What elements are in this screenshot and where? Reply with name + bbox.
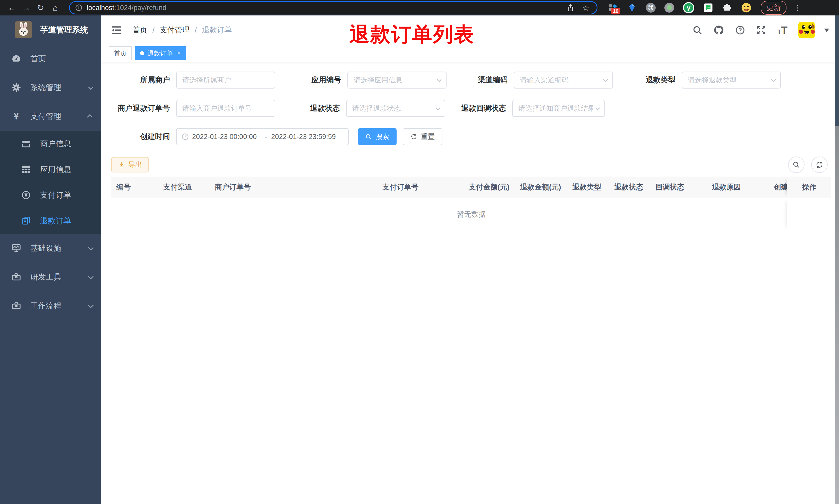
- column-header-refund-reason: 退款原因: [707, 177, 769, 198]
- site-info-icon[interactable]: [75, 4, 83, 12]
- sidebar-item-pay[interactable]: ¥ 支付管理: [0, 102, 101, 131]
- notify-status-select[interactable]: 请选择通知商户退款结果的: [512, 100, 605, 117]
- sidebar-item-devtools[interactable]: 研发工具: [0, 263, 101, 291]
- app-logo-row[interactable]: 芋道管理系统: [0, 15, 101, 44]
- share-icon[interactable]: [565, 4, 576, 12]
- tag-refund-order[interactable]: 退款订单 ×: [135, 46, 186, 60]
- extension-puzzle-icon[interactable]: [722, 3, 732, 13]
- date-end-value[interactable]: 2022-01-23 23:59:59: [271, 133, 340, 141]
- url-text[interactable]: localhost:1024/pay/refund: [87, 4, 166, 12]
- refund-status-select[interactable]: 请选择退款状态: [346, 100, 445, 117]
- filter-refund-type: 退款类型 请选择退款类型: [613, 72, 781, 89]
- sidebar-item-label: 支付订单: [40, 190, 92, 200]
- merchant-refund-no-input[interactable]: 请输入商户退款订单号: [176, 100, 275, 117]
- grid-icon: [21, 164, 31, 174]
- sidebar-item-pay-order[interactable]: 支付订单: [0, 182, 101, 208]
- extension-y-icon[interactable]: y: [683, 2, 694, 13]
- tag-close-icon[interactable]: ×: [177, 50, 181, 57]
- github-icon[interactable]: [713, 25, 724, 36]
- sidebar-toggle-icon[interactable]: [111, 24, 122, 36]
- sidebar-item-label: 首页: [30, 54, 92, 64]
- sidebar-item-label: 商户信息: [40, 139, 92, 149]
- column-header-refund-type: 退款类型: [567, 177, 609, 198]
- extension-chat-icon[interactable]: [703, 3, 713, 13]
- main-area: 首页 / 支付管理 / 退款订单 退款订单列表: [101, 15, 839, 504]
- column-header-callback-status: 回调状态: [650, 177, 707, 198]
- refresh-table-button[interactable]: [811, 157, 828, 173]
- browser-home-button[interactable]: ⌂: [48, 3, 62, 13]
- breadcrumb-home[interactable]: 首页: [132, 25, 147, 35]
- filter-label: 退款回调状态: [445, 103, 512, 113]
- hide-search-button[interactable]: [788, 157, 804, 173]
- fullscreen-icon[interactable]: [756, 25, 766, 35]
- breadcrumb-pay[interactable]: 支付管理: [160, 25, 190, 35]
- browser-back-button[interactable]: ←: [5, 3, 19, 13]
- filter-channel: 渠道编码 请输入渠道编码: [447, 72, 613, 89]
- gear-icon: [11, 83, 22, 93]
- chevron-down-icon: [88, 84, 93, 90]
- search-icon[interactable]: [692, 25, 702, 35]
- chevron-down-icon: [771, 77, 775, 82]
- extension-dot-icon[interactable]: [664, 3, 674, 13]
- date-range-input[interactable]: 2022-01-23 00:00:00 - 2022-01-23 23:59:5…: [176, 128, 349, 145]
- sidebar-item-home[interactable]: 首页: [0, 44, 101, 73]
- avatar-caret-icon[interactable]: [824, 29, 829, 32]
- tag-active-dot: [140, 51, 144, 55]
- user-avatar[interactable]: [798, 22, 815, 38]
- extensions-row: 10 ⌘ y: [608, 2, 751, 13]
- search-button[interactable]: 搜索: [358, 128, 397, 145]
- filter-label: 所属商户: [111, 75, 176, 85]
- browser-menu-icon[interactable]: ⋮: [793, 3, 801, 13]
- extension-grid-icon[interactable]: 10: [608, 3, 618, 13]
- scrollbar-thumb[interactable]: [835, 15, 839, 126]
- filter-row-2: 商户退款订单号 请输入商户退款订单号 退款状态 请选择退款状态 退款回调状态 请…: [111, 100, 831, 117]
- filter-row-1: 所属商户 请选择所属商户 应用编号 请选择应用信息 渠道编码 请输入渠道编码 退…: [111, 72, 831, 89]
- filter-label: 退款状态: [275, 103, 346, 113]
- toolbar-icons: [788, 157, 831, 173]
- sidebar-item-app-info[interactable]: 应用信息: [0, 157, 101, 182]
- table-header-row: 编号 支付渠道 商户订单号 支付订单号 支付金额(元) 退款金额(元) 退款类型…: [111, 177, 831, 198]
- channel-select[interactable]: 请输入渠道编码: [514, 72, 613, 89]
- extension-emoji-icon[interactable]: [741, 3, 751, 13]
- sidebar-item-label: 研发工具: [30, 272, 79, 282]
- column-header-refund-amount: 退款金额(元): [515, 177, 567, 198]
- refund-type-select[interactable]: 请选择退款类型: [682, 72, 781, 89]
- filter-notify-status: 退款回调状态 请选择通知商户退款结果的: [445, 100, 605, 117]
- font-size-icon[interactable]: TT: [777, 25, 787, 35]
- bookmark-star-icon[interactable]: ☆: [580, 3, 591, 12]
- sidebar-item-workflow[interactable]: 工作流程: [0, 291, 101, 320]
- chevron-down-icon: [88, 274, 93, 279]
- merchant-input[interactable]: 请选择所属商户: [176, 72, 275, 89]
- empty-state-text: 暂无数据: [457, 210, 486, 219]
- filter-merchant-refund-no: 商户退款订单号 请输入商户退款订单号: [111, 100, 275, 117]
- yen-icon: ¥: [11, 111, 22, 122]
- sidebar-item-system[interactable]: 系统管理: [0, 73, 101, 102]
- browser-forward-button[interactable]: →: [19, 3, 34, 13]
- browser-reload-button[interactable]: ↻: [34, 3, 48, 13]
- app-logo: [15, 21, 32, 38]
- app-select[interactable]: 请选择应用信息: [347, 72, 447, 89]
- sidebar-item-refund-order[interactable]: 退款订单: [0, 208, 101, 234]
- extension-command-icon[interactable]: ⌘: [646, 3, 656, 13]
- extension-kite-icon[interactable]: [627, 3, 637, 13]
- sidebar: 芋道管理系统 首页 系统管理 ¥ 支付: [0, 15, 101, 504]
- address-bar[interactable]: localhost:1024/pay/refund ☆: [69, 1, 597, 14]
- reset-button[interactable]: 重置: [403, 128, 442, 145]
- tag-home[interactable]: 首页: [109, 46, 132, 60]
- date-start-value[interactable]: 2022-01-23 00:00:00: [192, 133, 261, 141]
- browser-update-button[interactable]: 更新: [761, 1, 786, 15]
- navbar: 首页 / 支付管理 / 退款订单 退款订单列表: [101, 15, 839, 45]
- sidebar-item-infra[interactable]: 基础设施: [0, 234, 101, 263]
- document-copy-icon: [21, 216, 31, 226]
- navbar-actions: TT: [692, 22, 829, 38]
- sidebar-item-label: 退款订单: [40, 216, 92, 226]
- sidebar-item-merchant-info[interactable]: 商户信息: [0, 131, 101, 157]
- page-scrollbar[interactable]: [835, 15, 839, 504]
- chevron-down-icon: [88, 303, 93, 308]
- filter-label: 商户退款订单号: [111, 103, 176, 113]
- browser-chrome: ← → ↻ ⌂ localhost:1024/pay/refund ☆ 10: [0, 0, 839, 15]
- column-header-pay-amount: 支付金额(元): [464, 177, 515, 198]
- sidebar-item-label: 基础设施: [30, 243, 79, 254]
- help-icon[interactable]: [735, 25, 745, 35]
- export-button[interactable]: 导出: [111, 157, 149, 173]
